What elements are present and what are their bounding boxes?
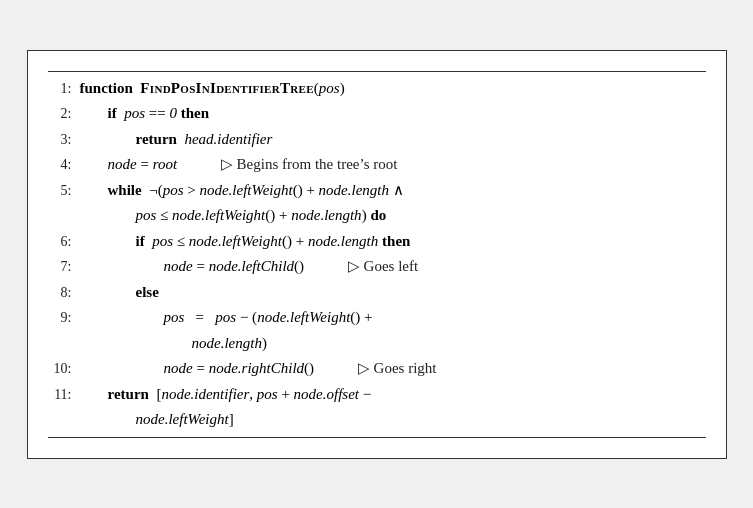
line-6: 6: if pos ≤ node.leftWeight() + node.len… — [48, 229, 706, 255]
line-content-8: else — [80, 280, 706, 306]
it-node-leftweight-1: node.leftWeight — [199, 182, 292, 198]
it-pos-3: pos — [136, 207, 157, 223]
line-num-4: 4: — [48, 152, 80, 177]
line-11: 11: return [node.identifier, pos + node.… — [48, 382, 706, 433]
line-num-2: 2: — [48, 101, 80, 126]
line-num-5: 5: — [48, 178, 80, 203]
line-content-4: node = root ▷ Begins from the tree’s roo… — [80, 152, 706, 178]
it-node-2: node — [164, 258, 193, 274]
it-root: root — [153, 156, 177, 172]
line-content-7: node = node.leftChild() ▷ Goes left — [80, 254, 706, 280]
line-num-7: 7: — [48, 254, 80, 279]
line-num-1: 1: — [48, 76, 80, 101]
line-3: 3: return head.identifier — [48, 127, 706, 153]
it-node-leftweight-4: node.leftWeight — [257, 309, 350, 325]
algorithm-box: 1: function FindPosInIdentifierTree(pos)… — [27, 50, 727, 459]
line-4: 4: node = root ▷ Begins from the tree’s … — [48, 152, 706, 178]
line-5: 5: while ¬(pos > node.leftWeight() + nod… — [48, 178, 706, 229]
it-node-leftweight-3: node.leftWeight — [189, 233, 282, 249]
it-node-3: node — [164, 360, 193, 376]
it-pos-final: pos — [257, 386, 278, 402]
line-num-8: 8: — [48, 280, 80, 305]
it-node-1: node — [108, 156, 137, 172]
line-11-continuation: node.leftWeight] — [108, 407, 706, 433]
it-node-offset: node.offset — [294, 386, 359, 402]
it-node-length-2: node.length — [291, 207, 361, 223]
line-num-9: 9: — [48, 305, 80, 330]
keyword-return-1: return — [136, 131, 177, 147]
line-10: 10: node = node.rightChild() ▷ Goes righ… — [48, 356, 706, 382]
it-zero: 0 — [169, 105, 177, 121]
it-node-leftweight-5: node.leftWeight — [136, 411, 229, 427]
param-pos: pos — [319, 80, 340, 96]
it-pos-4: pos — [152, 233, 173, 249]
line-8: 8: else — [48, 280, 706, 306]
keyword-function: function — [80, 80, 133, 96]
line-num-10: 10: — [48, 356, 80, 381]
it-pos-2: pos — [163, 182, 184, 198]
it-node-length-1: node.length — [319, 182, 389, 198]
it-node-identifier: node.identifier — [161, 386, 249, 402]
comment-right: ▷ Goes right — [318, 360, 437, 376]
line-2: 2: if pos == 0 then — [48, 101, 706, 127]
line-num-3: 3: — [48, 127, 80, 152]
line-content-1: function FindPosInIdentifierTree(pos) — [80, 76, 706, 102]
line-content-6: if pos ≤ node.leftWeight() + node.length… — [80, 229, 706, 255]
line-content-11: return [node.identifier, pos + node.offs… — [80, 382, 706, 433]
keyword-do: do — [370, 207, 386, 223]
line-content-3: return head.identifier — [80, 127, 706, 153]
it-node-leftchild: node.leftChild — [209, 258, 294, 274]
it-head-identifier: head.identifier — [184, 131, 272, 147]
keyword-then-2: then — [382, 233, 410, 249]
comment-root: ▷ Begins from the tree’s root — [181, 156, 398, 172]
keyword-if-1: if — [108, 105, 117, 121]
keyword-if-2: if — [136, 233, 145, 249]
line-content-9: pos = pos − (node.leftWeight() + node.le… — [80, 305, 706, 356]
line-7: 7: node = node.leftChild() ▷ Goes left — [48, 254, 706, 280]
it-pos-1: pos — [124, 105, 145, 121]
line-content-2: if pos == 0 then — [80, 101, 706, 127]
keyword-then-1: then — [181, 105, 209, 121]
line-5-continuation: pos ≤ node.leftWeight() + node.length) d… — [108, 203, 706, 229]
it-pos-rhs: pos — [215, 309, 236, 325]
line-content-5: while ¬(pos > node.leftWeight() + node.l… — [80, 178, 706, 229]
it-node-rightchild: node.rightChild — [209, 360, 304, 376]
line-content-10: node = node.rightChild() ▷ Goes right — [80, 356, 706, 382]
it-node-length-3: node.length — [308, 233, 378, 249]
function-name: FindPosInIdentifierTree — [140, 80, 313, 96]
line-1: 1: function FindPosInIdentifierTree(pos) — [48, 76, 706, 102]
line-9: 9: pos = pos − (node.leftWeight() + node… — [48, 305, 706, 356]
it-node-leftweight-2: node.leftWeight — [172, 207, 265, 223]
comment-left: ▷ Goes left — [308, 258, 418, 274]
line-9-continuation: node.length) — [164, 331, 706, 357]
line-num-6: 6: — [48, 229, 80, 254]
keyword-return-2: return — [108, 386, 149, 402]
it-pos-update: pos — [164, 309, 185, 325]
line-num-11: 11: — [48, 382, 80, 407]
it-node-length-4: node.length — [192, 335, 262, 351]
keyword-while: while — [108, 182, 142, 198]
keyword-else: else — [136, 284, 159, 300]
